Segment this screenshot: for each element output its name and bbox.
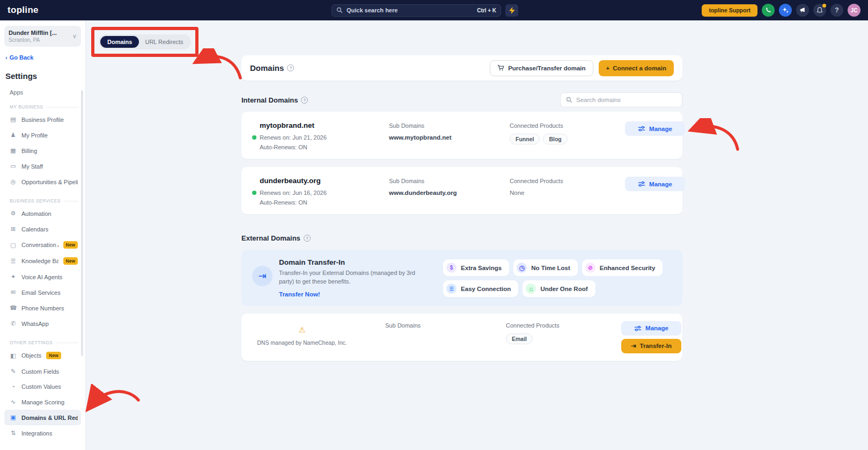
- sidebar-item-conversation-ai[interactable]: ▢ Conversation AI New: [4, 237, 81, 253]
- annotation-arrow-sidebar: [82, 384, 142, 417]
- sparkles-icon: [782, 7, 789, 14]
- chart-line-icon: ∿: [10, 398, 17, 405]
- connected-products-label: Connected Products: [510, 122, 625, 129]
- manage-button[interactable]: Manage: [625, 121, 685, 136]
- new-badge: New: [46, 352, 61, 359]
- auto-renews: Auto-Renews: ON: [260, 144, 389, 150]
- transfer-arrow-icon: ⇥: [631, 342, 636, 350]
- browser-window-icon: ▣: [10, 414, 17, 421]
- connect-domain-button[interactable]: + Connect a domain: [599, 60, 674, 76]
- domain-row-mytopbrand: mytopbrand.net Renews on: Jun 21, 2026 A…: [241, 112, 682, 159]
- help-button[interactable]: ?: [830, 4, 843, 17]
- sliders-icon: [638, 126, 645, 132]
- coin-icon: $: [446, 263, 457, 273]
- transfer-in-banner: ⇥ Domain Transfer-In Transfer-In your Ex…: [241, 250, 682, 306]
- whatsapp-icon: ✆: [10, 320, 17, 327]
- sidebar-item-whatsapp[interactable]: ✆ WhatsApp: [4, 316, 81, 331]
- new-badge: New: [63, 257, 78, 265]
- sidebar-item-domains-url-redirects[interactable]: ▣ Domains & URL Redire...: [4, 410, 81, 425]
- avatar[interactable]: JC: [848, 4, 860, 17]
- domains-content: Domains ? Purchase/Transfer domain + Con…: [241, 20, 682, 361]
- sidebar-scrollbar[interactable]: [81, 90, 83, 356]
- sidebar-item-my-profile[interactable]: ♟ My Profile: [4, 127, 81, 143]
- sidebar-item-opportunities[interactable]: ◎ Opportunities & Pipeli...: [4, 174, 81, 190]
- sidebar-item-custom-values[interactable]: ◔ Custom Values: [4, 379, 81, 394]
- notifications-button[interactable]: [813, 4, 826, 17]
- plus-icon: +: [606, 65, 610, 71]
- status-dot: [252, 135, 256, 140]
- tab-url-redirects[interactable]: URL Redirects: [139, 36, 189, 48]
- phone-button[interactable]: [762, 4, 775, 17]
- page-title: Domains: [250, 63, 284, 72]
- tab-domains[interactable]: Domains: [100, 36, 139, 48]
- transfer-now-link[interactable]: Transfer Now!: [279, 291, 424, 297]
- sidebar-item-automation[interactable]: ⚙ Automation: [4, 206, 81, 221]
- annotation-arrow-tabs: [192, 48, 243, 82]
- product-chip-funnel: Funnel: [510, 134, 540, 144]
- sub-domains-label: Sub Domains: [389, 122, 510, 129]
- search-domains-box[interactable]: [560, 92, 682, 107]
- benefit-enhanced-security: ⊘ Enhanced Security: [582, 259, 663, 276]
- sliders-icon: [634, 325, 642, 331]
- chevron-down-icon: ∨: [72, 33, 77, 40]
- staff-icon: ▭: [10, 163, 17, 170]
- account-switcher[interactable]: Dunder Mifflin [... Scranton, PA ∨: [4, 26, 81, 47]
- help-icon[interactable]: ?: [304, 235, 311, 242]
- connected-products-label: Connected Products: [506, 322, 621, 329]
- status-dot: [252, 191, 256, 195]
- notification-dot: [822, 4, 826, 8]
- sidebar-item-calendars[interactable]: ⊞ Calendars: [4, 221, 81, 237]
- help-icon[interactable]: ?: [287, 64, 294, 71]
- transfer-in-button[interactable]: ⇥ Transfer-In: [621, 339, 681, 353]
- sidebar-item-voice-ai-agents[interactable]: ✦ Voice AI Agents: [4, 269, 81, 285]
- manage-button[interactable]: Manage: [621, 321, 681, 336]
- sidebar-item-knowledge-base[interactable]: ☰ Knowledge Base New: [4, 253, 81, 269]
- phone-icon: ☎: [10, 304, 17, 311]
- banner-description: Transfer-In your External Domains (manag…: [279, 269, 424, 286]
- connected-products-label: Connected Products: [510, 178, 625, 184]
- purchase-transfer-domain-button[interactable]: Purchase/Transfer domain: [490, 60, 593, 76]
- sliders-icon: [638, 181, 645, 187]
- search-domains-input[interactable]: [576, 97, 676, 103]
- help-icon[interactable]: ?: [301, 97, 308, 104]
- sidebar-item-manage-scoring[interactable]: ∿ Manage Scoring: [4, 394, 81, 410]
- sidebar-item-custom-fields[interactable]: ✎ Custom Fields: [4, 364, 81, 379]
- connection-icon: ☰: [446, 284, 457, 294]
- external-domain-row: ⚠ DNS managed by NameCheap, Inc. Sub Dom…: [241, 314, 682, 361]
- topline-logo: topline: [8, 5, 39, 16]
- manage-button[interactable]: Manage: [625, 177, 685, 191]
- sidebar-item-objects[interactable]: ◧ Objects New: [4, 347, 81, 364]
- go-back-link[interactable]: ‹ Go Back: [5, 54, 81, 61]
- annotation-red-box: Domains URL Redirects: [91, 27, 198, 57]
- sidebar-item-billing[interactable]: ▦ Billing: [4, 143, 81, 158]
- account-location: Scranton, PA: [9, 37, 72, 43]
- bell-icon: [816, 7, 823, 14]
- quick-search[interactable]: Ctrl + K: [332, 4, 501, 17]
- sidebar-item-phone-numbers[interactable]: ☎ Phone Numbers: [4, 300, 81, 316]
- warning-icon: ⚠: [299, 325, 306, 334]
- phone-icon: [765, 7, 771, 13]
- cart-icon: [497, 64, 504, 71]
- section-other-settings: OTHER SETTINGS: [10, 340, 81, 345]
- benefits-list: $ Extra Savings ◷ No Time Lost ⊘ Enhance…: [443, 258, 672, 297]
- benefit-no-time-lost: ◷ No Time Lost: [513, 259, 578, 276]
- gear-icon: ⚙: [10, 210, 17, 217]
- quick-search-input[interactable]: [347, 7, 473, 13]
- main-area: Domains URL Redirects Domains ?: [86, 20, 868, 450]
- sidebar-item-integrations[interactable]: ⇅ Integrations: [4, 425, 81, 441]
- product-chip-email: Email: [506, 333, 533, 344]
- pie-icon: ◔: [10, 383, 17, 390]
- support-button[interactable]: topline Support: [702, 4, 757, 17]
- topbar: topline Ctrl + K topline Support: [0, 0, 868, 20]
- sidebar-item-business-profile[interactable]: ▤ Business Profile: [4, 112, 81, 127]
- sidebar-item-apps[interactable]: Apps: [10, 89, 81, 96]
- ai-assistant-button[interactable]: [779, 4, 792, 17]
- target-icon: ◎: [10, 178, 17, 185]
- sidebar-item-my-staff[interactable]: ▭ My Staff: [4, 158, 81, 174]
- objects-icon: ◧: [10, 352, 17, 359]
- sidebar-item-email-services[interactable]: ✉ Email Services: [4, 285, 81, 300]
- announcements-button[interactable]: [796, 4, 809, 17]
- search-shortcut: Ctrl + K: [477, 8, 496, 13]
- user-icon: ♟: [10, 132, 17, 139]
- quick-actions-button[interactable]: [505, 4, 518, 17]
